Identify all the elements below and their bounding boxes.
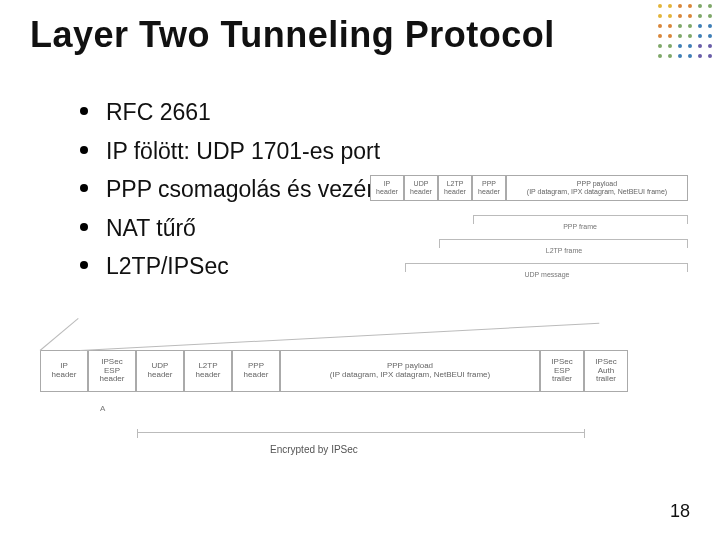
diagonal-line: [80, 323, 599, 351]
label-ppp-frame: PPP frame: [563, 223, 597, 230]
bullet-item: NAT tűrő: [80, 211, 403, 246]
box-udp-header: UDPheader: [136, 350, 184, 392]
bullet-list: RFC 2661 IP fölött: UDP 1701-es port PPP…: [40, 95, 403, 288]
bullet-item: L2TP/IPSec: [80, 249, 403, 284]
box-ipsec-esp-header: IPSecESPheader: [88, 350, 136, 392]
box-ppp-payload: PPP payload(IP datagram, IPX datagram, N…: [506, 175, 688, 201]
page-number: 18: [670, 501, 690, 522]
box-ppp-header: PPPheader: [472, 175, 506, 201]
label-encrypted: Encrypted by IPSec: [270, 444, 358, 455]
label-l2tp-frame: L2TP frame: [546, 247, 582, 254]
l2tp-ipsec-frame-diagram: IPheader IPSecESPheader UDPheader L2TPhe…: [40, 320, 680, 500]
box-l2tp-header: L2TPheader: [184, 350, 232, 392]
label-udp-message: UDP message: [524, 271, 569, 278]
diagonal-line: [40, 318, 79, 351]
box-ppp-payload: PPP payload(IP datagram, IPX datagram, N…: [280, 350, 540, 392]
decorative-dot-grid: [658, 4, 714, 60]
box-ip-header: IPheader: [370, 175, 404, 201]
bullet-item: PPP csomagolás és vezérlés: [80, 172, 403, 207]
box-ipsec-auth-trailer: IPSecAuthtrailer: [584, 350, 628, 392]
box-ip-header: IPheader: [40, 350, 88, 392]
bullet-item: RFC 2661: [80, 95, 403, 130]
bullet-item: IP fölött: UDP 1701-es port: [80, 134, 403, 169]
box-ppp-header: PPPheader: [232, 350, 280, 392]
box-udp-header: UDPheader: [404, 175, 438, 201]
brace-encrypted: [137, 432, 585, 443]
slide-title: Layer Two Tunneling Protocol: [30, 14, 555, 56]
box-ipsec-esp-trailer: IPSecESPtrailer: [540, 350, 584, 392]
arrow-label-a: A: [100, 404, 105, 413]
box-l2tp-header: L2TPheader: [438, 175, 472, 201]
l2tp-frame-diagram: IPheader UDPheader L2TPheader PPPheader …: [370, 175, 700, 290]
